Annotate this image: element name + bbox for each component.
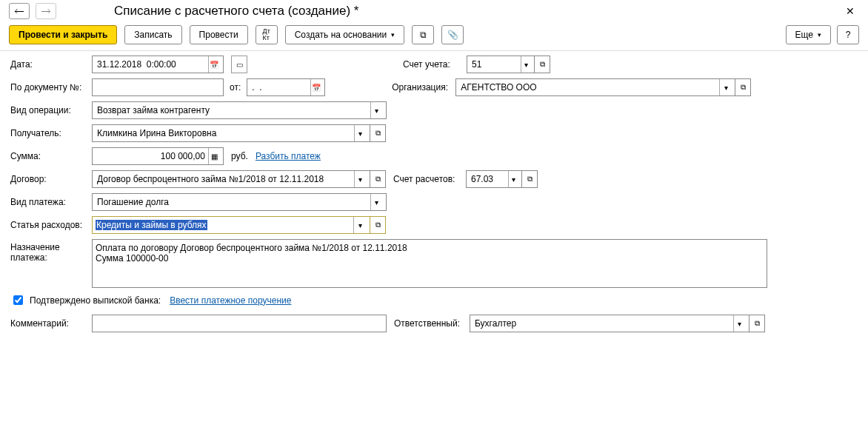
paytype-label: Вид платежа: xyxy=(10,197,92,207)
org-input[interactable]: ▾ xyxy=(455,78,735,96)
create-based-label: Создать на основании xyxy=(295,30,387,40)
expense-item-input[interactable]: Кредиты и займы в рублях ▾ xyxy=(92,216,370,234)
dropdown-icon[interactable]: ▾ xyxy=(733,315,746,332)
sum-label: Сумма: xyxy=(10,151,92,161)
close-button[interactable]: ✕ xyxy=(841,5,859,17)
contract-label: Договор: xyxy=(10,174,92,184)
account-label: Счет учета: xyxy=(403,59,467,70)
account-input[interactable]: ▾ xyxy=(467,56,535,73)
dropdown-icon[interactable]: ▾ xyxy=(370,194,383,210)
expense-item-label: Статья расходов: xyxy=(10,220,92,230)
dropdown-icon[interactable]: ▾ xyxy=(719,79,732,95)
responsible-input[interactable]: ▾ xyxy=(470,315,750,332)
dropdown-icon[interactable]: ▾ xyxy=(354,171,367,187)
comment-label: Комментарий: xyxy=(10,318,92,329)
back-button[interactable]: 🡐 xyxy=(9,3,30,19)
date-input[interactable]: 📅 xyxy=(92,56,224,73)
dropdown-icon[interactable]: ▾ xyxy=(521,56,531,73)
date-label: Дата: xyxy=(10,59,92,70)
calendar-icon[interactable]: 📅 xyxy=(310,79,321,95)
from-date-input[interactable]: 📅 xyxy=(247,78,325,96)
settlement-acct-open-button[interactable]: ⧉ xyxy=(521,170,538,188)
dropdown-icon[interactable]: ▾ xyxy=(370,102,383,118)
from-label: от: xyxy=(230,82,241,93)
optype-label: Вид операции: xyxy=(10,105,92,115)
save-button[interactable]: Записать xyxy=(124,25,181,44)
docnum-label: По документу №: xyxy=(10,82,92,93)
docnum-input[interactable] xyxy=(92,78,224,96)
expense-item-value: Кредиты и займы в рублях xyxy=(96,220,207,230)
page-title: Списание с расчетного счета (создание) * xyxy=(114,4,358,19)
confirmed-label: Подтверждено выпиской банка: xyxy=(30,295,161,306)
more-label: Еще xyxy=(795,30,813,40)
contract-input[interactable]: ▾ xyxy=(92,170,370,188)
date-extra-button[interactable]: ▭ xyxy=(231,56,247,73)
structure-button[interactable]: ⧉ xyxy=(412,25,434,44)
purpose-textarea[interactable] xyxy=(92,239,767,288)
enter-payment-order-link[interactable]: Ввести платежное поручение xyxy=(170,295,291,306)
help-button[interactable]: ? xyxy=(837,25,859,44)
purpose-label: Назначение платежа: xyxy=(10,239,92,263)
attachment-button[interactable]: 📎 xyxy=(441,25,464,44)
forward-button[interactable]: 🡒 xyxy=(36,3,56,19)
post-button[interactable]: Провести xyxy=(190,25,248,44)
recipient-label: Получатель: xyxy=(10,128,92,138)
calendar-icon[interactable]: 📅 xyxy=(208,56,220,73)
settlement-acct-label: Счет расчетов: xyxy=(393,174,466,184)
confirmed-checkbox[interactable] xyxy=(13,295,23,305)
contract-open-button[interactable]: ⧉ xyxy=(370,170,386,188)
dropdown-icon[interactable]: ▾ xyxy=(354,125,367,141)
comment-input[interactable] xyxy=(92,315,387,332)
dtkt-button[interactable]: ДтКт xyxy=(256,25,278,44)
more-button[interactable]: Еще▾ xyxy=(786,25,831,44)
dropdown-icon[interactable]: ▾ xyxy=(508,171,518,187)
calculator-icon[interactable]: ▦ xyxy=(208,148,220,164)
account-open-button[interactable]: ⧉ xyxy=(534,56,550,73)
settlement-acct-input[interactable]: ▾ xyxy=(466,170,522,188)
split-payment-link[interactable]: Разбить платеж xyxy=(256,151,321,161)
org-label: Организация: xyxy=(392,82,455,93)
post-and-close-button[interactable]: Провести и закрыть xyxy=(9,25,117,44)
create-based-on-button[interactable]: Создать на основании▾ xyxy=(285,25,405,44)
responsible-label: Ответственный: xyxy=(394,318,470,329)
sum-input[interactable]: ▦ xyxy=(92,147,224,165)
currency-label: руб. xyxy=(231,151,248,161)
responsible-open-button[interactable]: ⧉ xyxy=(749,315,765,332)
recipient-input[interactable]: ▾ xyxy=(92,124,370,142)
expense-item-open-button[interactable]: ⧉ xyxy=(370,216,386,234)
recipient-open-button[interactable]: ⧉ xyxy=(370,124,386,142)
org-open-button[interactable]: ⧉ xyxy=(735,78,751,96)
dropdown-icon[interactable]: ▾ xyxy=(353,217,367,233)
paytype-input[interactable]: ▾ xyxy=(92,193,387,211)
optype-input[interactable]: ▾ xyxy=(92,101,387,119)
